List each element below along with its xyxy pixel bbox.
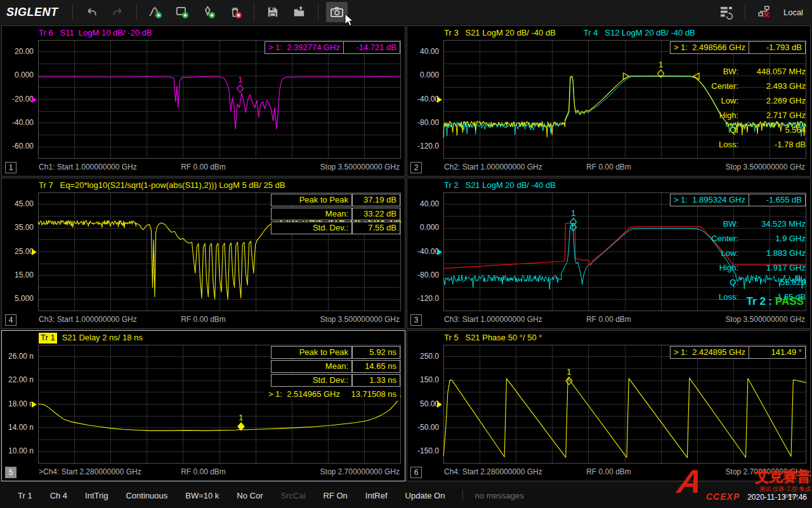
screenshot-button[interactable] bbox=[326, 2, 348, 22]
y-axis-label: -80.00 bbox=[407, 271, 439, 279]
status-item-srccal[interactable]: SrcCal bbox=[281, 491, 306, 500]
status-item-rf-on[interactable]: RF On bbox=[324, 491, 348, 500]
measurement-panel[interactable]: Tr 7 Eq=20*log10(S21/sqrt(1-pow(abs(S11)… bbox=[1, 178, 405, 329]
status-item-intref[interactable]: IntRef bbox=[365, 491, 388, 500]
stat-readout[interactable]: Peak to Peak37.19 dB bbox=[271, 194, 400, 206]
marker-readout[interactable]: > 1: 2.392774 GHz-14.721 dB bbox=[265, 41, 400, 54]
channel-info: Ch1: Start 1.000000000 GHz bbox=[39, 163, 137, 171]
bandwidth-readout: BW:448.057 MHz bbox=[704, 64, 806, 79]
trace-label[interactable]: Tr 5 S21 Phase 50 °/ 50 ° bbox=[444, 333, 542, 344]
control-mode-label[interactable]: Local bbox=[777, 8, 812, 17]
y-axis-label: 35.00 bbox=[2, 223, 34, 232]
delete-button[interactable] bbox=[225, 2, 246, 22]
trace-label[interactable]: Tr 6 S11 LogM 10 dB/ -20 dB bbox=[39, 28, 152, 39]
add-marker-button[interactable] bbox=[198, 2, 219, 22]
measurement-panel[interactable]: Tr 5 S21 Phase 50 °/ 50 °16Ch4: Start 2.… bbox=[407, 330, 811, 481]
rf-power: RF 0.00 dBm bbox=[586, 315, 631, 324]
y-axis-label: 10.00 n bbox=[2, 446, 34, 455]
stat-readout[interactable]: Std. Dev.:7.55 dB bbox=[271, 222, 400, 234]
panel-number[interactable]: 2 bbox=[410, 162, 422, 173]
status-item-inttrig[interactable]: IntTrig bbox=[85, 491, 108, 500]
y-axis-label: 50.00 bbox=[407, 399, 439, 408]
stat-readout[interactable]: Peak to Peak5.92 ns bbox=[271, 346, 400, 359]
measurement-panel[interactable]: Tr 1S21 Delay 2 ns/ 18 ns15>Ch4: Start 2… bbox=[1, 330, 405, 481]
marker-diamond[interactable] bbox=[570, 218, 577, 226]
marker-diamond[interactable] bbox=[237, 85, 244, 93]
readout-value: 448.057 MHz bbox=[738, 67, 806, 76]
ref-level-arrow[interactable] bbox=[32, 249, 37, 255]
panel-number[interactable]: 5 bbox=[5, 467, 16, 478]
limit-test-trace: Tr 2 : bbox=[747, 295, 775, 307]
marker-readout[interactable]: > 1: 2.424895 GHz141.49 ° bbox=[670, 346, 806, 359]
ref-level-arrow[interactable] bbox=[437, 97, 442, 103]
trash-icon bbox=[228, 5, 242, 19]
status-item-bw-10-k[interactable]: BW=10 k bbox=[185, 491, 219, 500]
y-axis-label: -60.00 bbox=[2, 142, 34, 150]
measurement-panel[interactable]: Tr 3 S21 LogM 20 dB/ -40 dBTr 4 S12 LogM… bbox=[407, 25, 811, 177]
readout-label: High: bbox=[704, 263, 738, 272]
panel-number[interactable]: 4 bbox=[5, 314, 16, 326]
y-axis-label: -120.0 bbox=[407, 142, 439, 150]
status-item-tr-1[interactable]: Tr 1 bbox=[18, 491, 32, 500]
panel-number[interactable]: 6 bbox=[410, 467, 422, 478]
trace-label[interactable]: S21 Delay 2 ns/ 18 ns bbox=[62, 333, 143, 344]
readout-value: 2.269 GHz bbox=[738, 96, 806, 105]
status-item-ch-4[interactable]: Ch 4 bbox=[50, 491, 67, 500]
y-axis-label: -150.0 bbox=[407, 446, 439, 455]
trace-label[interactable]: Tr 4 S12 LogM 20 dB/ -40 dB bbox=[584, 28, 695, 39]
lan-status-button[interactable] bbox=[753, 2, 775, 22]
display-layout-button[interactable] bbox=[716, 2, 737, 22]
marker-readout[interactable]: > 1: 2.498566 GHz-1.793 dB bbox=[670, 41, 806, 54]
trace-label[interactable]: Tr 3 S21 LogM 20 dB/ -40 dB bbox=[444, 28, 556, 39]
marker-diamond[interactable] bbox=[570, 224, 577, 231]
y-axis-label: 0.000 bbox=[407, 70, 439, 79]
status-item-continuous[interactable]: Continuous bbox=[126, 491, 167, 500]
y-axis-label: 0.000 bbox=[2, 70, 34, 79]
marker-readout[interactable]: > 1: 1.895324 GHz-1.655 dB bbox=[670, 194, 806, 206]
message-area: no messages bbox=[475, 491, 523, 500]
ref-level-arrow[interactable] bbox=[437, 401, 442, 408]
redo-button[interactable] bbox=[107, 2, 129, 22]
marker-readout: > 1: 2.514965 GHz13.71508 ns bbox=[265, 388, 400, 401]
channel-info: Ch3: Start 1.000000000 GHz bbox=[39, 315, 137, 324]
save-button[interactable] bbox=[262, 2, 284, 22]
add-window-icon bbox=[175, 5, 189, 19]
panel-number[interactable]: 1 bbox=[5, 162, 16, 173]
trace-label[interactable]: Tr 7 Eq=20*log10(S21/sqrt(1-pow(abs(S11)… bbox=[39, 180, 285, 191]
status-item-update-on[interactable]: Update On bbox=[405, 491, 445, 500]
readout-label: Q: bbox=[704, 277, 738, 287]
status-item-no-cor[interactable]: No Cor bbox=[237, 491, 263, 500]
trace-label[interactable]: Tr 2 S21 LogM 20 dB/ -40 dB bbox=[444, 180, 556, 191]
readout-value: 2.493 GHz bbox=[738, 81, 806, 91]
undo-button[interactable] bbox=[81, 2, 102, 22]
trace-plot-area: 1 bbox=[443, 345, 806, 464]
y-axis-label: -40.00 bbox=[407, 95, 439, 104]
redo-icon bbox=[111, 5, 125, 19]
measurement-panel[interactable]: Tr 6 S11 LogM 10 dB/ -20 dB11Ch1: Start … bbox=[1, 25, 405, 177]
readout-label: Peak to Peak bbox=[271, 346, 352, 359]
stat-readout[interactable]: Std. Dev.:1.33 ns bbox=[271, 374, 400, 387]
marker-diamond[interactable] bbox=[238, 423, 244, 431]
measurement-panel[interactable]: Tr 2 S21 LogM 20 dB/ -40 dB13Ch3: Start … bbox=[407, 178, 811, 329]
add-trace-button[interactable] bbox=[145, 2, 166, 22]
y-axis-label: 150.0 bbox=[407, 375, 439, 384]
lan-status-icon bbox=[756, 4, 771, 20]
readout-value: -1.78 dB bbox=[738, 140, 806, 149]
trace-label[interactable]: Tr 1 bbox=[39, 333, 57, 344]
readout-label: Std. Dev.: bbox=[271, 374, 352, 387]
panel-number[interactable]: 3 bbox=[410, 314, 422, 326]
stat-readout[interactable]: Mean:33.22 dB bbox=[271, 208, 400, 220]
add-window-button[interactable] bbox=[171, 2, 193, 22]
bandwidth-readout: Low:1.883 GHz bbox=[704, 246, 806, 260]
ref-level-arrow[interactable] bbox=[437, 249, 442, 255]
marker-diamond[interactable] bbox=[566, 377, 572, 385]
stat-readout[interactable]: Mean:14.65 ns bbox=[271, 360, 400, 373]
ref-level-arrow[interactable] bbox=[32, 401, 37, 408]
ref-level-arrow[interactable] bbox=[32, 97, 37, 103]
channel-info: Ch3: Start 1.000000000 GHz bbox=[444, 315, 542, 324]
panel-header: Tr 7 Eq=20*log10(S21/sqrt(1-pow(abs(S11)… bbox=[39, 180, 285, 191]
open-folder-icon bbox=[292, 5, 306, 19]
readout-block: > 1: 2.498566 GHz-1.793 dBBW:448.057 MHz… bbox=[670, 41, 806, 152]
open-button[interactable] bbox=[289, 2, 310, 22]
readout-value: 5.92 ns bbox=[352, 346, 400, 359]
